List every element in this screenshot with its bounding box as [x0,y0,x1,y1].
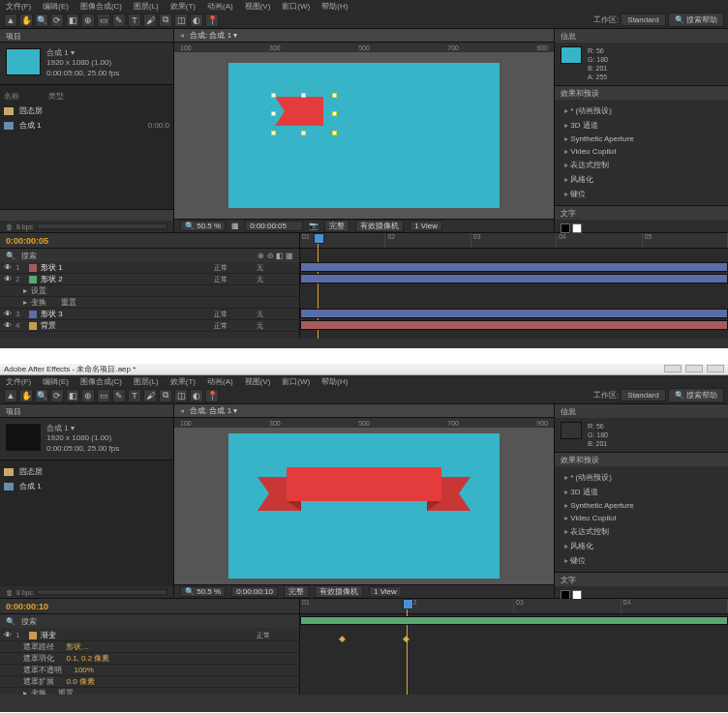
layer-row[interactable]: 👁3 形状 3 正常无 [0,309,299,320]
menu-file[interactable]: 文件(F) [6,1,31,12]
keyframe-icon[interactable]: ◆ [403,634,410,643]
puppet-tool[interactable]: 📍 [205,389,219,402]
project-item-comp[interactable]: 合成 1 0:00:0 [4,118,169,133]
keyframe-icon[interactable]: ◆ [339,634,346,643]
window-maximize[interactable] [685,365,703,372]
workspace-dropdown[interactable]: Standard [621,389,665,401]
camera-dropdown[interactable]: 有效摄像机 [355,220,404,232]
camera-dropdown[interactable]: 有效摄像机 [315,585,363,598]
preview-time[interactable]: 0:00:00:10 [231,586,278,597]
fx-item[interactable]: 键位 [555,187,728,201]
clone-tool[interactable]: ⧉ [159,14,172,27]
zoom-tool[interactable]: 🔍 [35,14,48,27]
layer-bar[interactable] [300,616,728,625]
comp-nav-prev[interactable]: ◂ [180,406,184,415]
layer-bar[interactable] [300,262,728,272]
help-search[interactable]: 🔍 搜索帮助 [668,13,724,27]
fx-item[interactable]: 3D 通道 [555,118,728,133]
comp-tab-label[interactable]: 合成: 合成 1 ▾ [190,30,237,41]
stroke-color[interactable] [572,223,582,233]
menu-edit[interactable]: 编辑(E) [43,376,69,387]
menu-window[interactable]: 窗口(W) [282,376,310,387]
fx-item[interactable]: Synthetic Aperture [555,133,728,145]
effects-panel-header[interactable]: 效果和预设 [555,86,728,100]
menu-effect[interactable]: 效果(T) [170,1,196,12]
layer-color-swatch[interactable] [29,311,37,318]
mask-prop[interactable]: 遮罩扩展 0.0 像素 [0,676,299,688]
current-timecode[interactable]: 0:00:00:05 [6,236,48,246]
shape-ribbon[interactable] [258,462,470,530]
zoom-tool[interactable]: 🔍 [35,389,48,402]
fx-item[interactable]: 风格化 [555,539,728,553]
project-tab[interactable]: 项目 [0,29,173,43]
fx-item[interactable]: Video Copilot [555,512,728,524]
fx-item[interactable]: 3D 通道 [555,485,728,499]
canvas[interactable] [228,433,500,579]
zoom-level[interactable]: 🔍 50.5 % [180,586,226,597]
preview-time[interactable]: 0:00:00:05 [245,221,303,231]
menu-view[interactable]: 视图(V) [245,1,271,12]
menu-layer[interactable]: 图层(L) [134,1,159,12]
fx-item[interactable]: 表达式控制 [555,524,728,539]
rect-tool[interactable]: ▭ [97,14,110,27]
hand-tool[interactable]: ✋ [19,14,33,27]
resolution-dropdown[interactable]: 完整 [284,585,309,598]
menu-file[interactable]: 文件(F) [6,376,31,387]
project-item-folder[interactable]: 固态层 [4,104,169,118]
fx-item[interactable]: * (动画预设) [555,470,728,485]
layer-color-swatch[interactable] [29,322,37,330]
menu-layer[interactable]: 图层(L) [134,376,159,387]
selection-tool[interactable]: ▲ [4,389,17,402]
eraser-tool[interactable]: ◫ [174,389,188,402]
mask-prop[interactable]: 遮罩路径 形状... [0,641,299,653]
fx-item[interactable]: * (动画预设) [555,104,728,118]
anchor-tool[interactable]: ⊕ [81,389,95,402]
menu-help[interactable]: 帮助(H) [321,376,348,387]
layer-row[interactable]: 👁1 渐变 正常 [0,630,299,641]
menu-anim[interactable]: 动画(A) [207,376,233,387]
composition-viewport[interactable] [174,52,554,219]
brush-tool[interactable]: 🖌 [143,389,157,402]
shape-flag[interactable] [275,97,323,126]
selection-handles[interactable] [271,93,337,135]
current-time-indicator[interactable] [407,599,408,695]
rotate-tool[interactable]: ⟳ [50,14,64,27]
eraser-tool[interactable]: ◫ [174,14,188,27]
layer-sub[interactable]: ▸ 变换 重置 [0,297,299,309]
text-tool[interactable]: T [128,389,141,402]
pen-tool[interactable]: ✎ [112,389,126,402]
text-tool[interactable]: T [128,14,141,27]
fx-item[interactable]: 键位 [555,553,728,568]
layer-bar[interactable] [300,274,728,283]
layer-color-swatch[interactable] [29,264,37,272]
layer-row[interactable]: 👁4 背景 正常无 [0,320,299,332]
fx-item[interactable]: Synthetic Aperture [555,499,728,512]
menu-comp[interactable]: 图像合成(C) [80,376,122,387]
window-close[interactable] [707,365,724,372]
views-dropdown[interactable]: 1 View [410,221,442,231]
layer-color-swatch[interactable] [29,276,37,283]
layer-sub[interactable]: ▸ 设置 [0,285,299,297]
layer-row[interactable]: 👁1 形状 1 正常无 [0,262,299,274]
fx-item[interactable]: 表达式控制 [555,158,728,172]
comp-tab-label[interactable]: 合成: 合成 1 ▾ [190,405,237,416]
layer-bar[interactable] [300,320,728,330]
fill-color[interactable] [561,223,570,233]
comp-thumbnail[interactable] [6,48,41,75]
time-ruler[interactable]: 01 02 03 04 05 [300,233,728,249]
menu-anim[interactable]: 动画(A) [207,1,233,12]
current-timecode[interactable]: 0:00:00:10 [6,602,48,611]
views-dropdown[interactable]: 1 View [369,586,402,597]
rotate-tool[interactable]: ⟳ [50,389,64,402]
character-panel-header[interactable]: 文字 [555,206,728,220]
menu-window[interactable]: 窗口(W) [282,1,310,12]
anchor-tool[interactable]: ⊕ [81,14,95,27]
clone-tool[interactable]: ⧉ [159,389,172,402]
fx-item[interactable]: 风格化 [555,172,728,187]
fx-item[interactable]: Video Copilot [555,145,728,158]
hand-tool[interactable]: ✋ [19,389,33,402]
brush-tool[interactable]: 🖌 [143,14,157,27]
character-panel-header[interactable]: 文字 [555,573,728,586]
time-ruler[interactable]: 01 02 03 04 [300,599,728,614]
project-item-folder[interactable]: 固态层 [4,464,169,479]
